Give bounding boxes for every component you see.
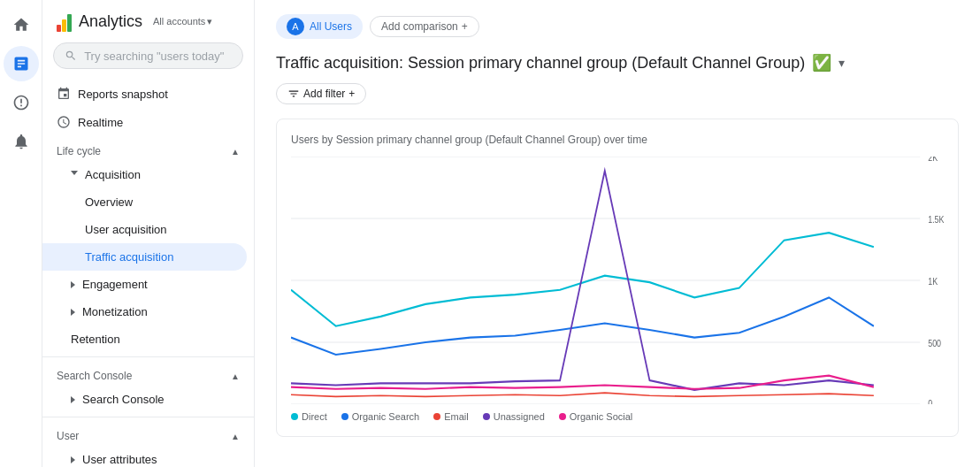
add-comparison-label: Add comparison: [381, 20, 458, 33]
legend-email: Email: [433, 411, 469, 422]
accounts-chevron-icon: ▾: [207, 16, 212, 27]
overview-label: Overview: [85, 195, 133, 209]
chart-wrapper: 2K 1.5K 1K 500 0 11 Jan 13 15 17 19 21 2…: [291, 157, 944, 404]
engagement-label: Engagement: [82, 278, 148, 291]
legend-organic-search-label: Organic Search: [352, 411, 419, 422]
snapshot-icon: [57, 87, 71, 101]
user-attributes-expand-icon: [71, 456, 75, 463]
legend-unassigned-label: Unassigned: [494, 411, 545, 422]
comparison-bar: A All Users Add comparison +: [276, 14, 959, 39]
svg-text:1K: 1K: [928, 277, 938, 287]
search-console-item-label: Search Console: [82, 393, 165, 406]
line-chart: 2K 1.5K 1K 500 0 11 Jan 13 15 17 19 21 2…: [291, 157, 944, 404]
lifecycle-chevron-icon: ▲: [231, 147, 240, 157]
sidebar-item-traffic-acquisition[interactable]: Traffic acquisition: [42, 243, 247, 271]
page-title: Traffic acquisition: Session primary cha…: [276, 53, 959, 73]
reports-snapshot-label: Reports snapshot: [78, 88, 168, 101]
main-content: A All Users Add comparison + Traffic acq…: [255, 0, 980, 467]
retention-label: Retention: [71, 333, 120, 346]
search-icon: [65, 49, 77, 63]
title-dropdown-icon[interactable]: ▾: [838, 56, 845, 70]
chart-legend: Direct Organic Search Email Unassigned O…: [291, 411, 944, 422]
sidebar-item-acquisition[interactable]: Acquisition: [42, 161, 247, 188]
all-users-pill[interactable]: A All Users: [276, 14, 363, 39]
sidebar-item-retention[interactable]: Retention: [42, 325, 247, 353]
sidebar-item-search-console[interactable]: Search Console: [42, 386, 247, 413]
legend-organic-search: Organic Search: [341, 411, 419, 422]
legend-organic-social-dot: [559, 413, 566, 420]
legend-direct-dot: [291, 413, 298, 420]
traffic-acquisition-label: Traffic acquisition: [85, 250, 173, 264]
icon-rail: [0, 0, 42, 467]
direct-line: [291, 233, 874, 326]
legend-organic-social: Organic Social: [559, 411, 633, 422]
svg-text:1.5K: 1.5K: [928, 215, 944, 226]
organic-social-line: [291, 376, 874, 389]
filter-icon: [287, 88, 300, 100]
search-console-section-header[interactable]: Search Console ▲: [42, 361, 254, 386]
accounts-button[interactable]: All accounts ▾: [149, 14, 216, 29]
sidebar: Analytics All accounts ▾ Reports snapsho…: [42, 0, 255, 467]
search-console-section-label: Search Console: [57, 370, 132, 382]
search-console-expand-icon: [71, 396, 75, 403]
all-users-label: All Users: [310, 20, 352, 33]
monetization-expand-icon: [71, 309, 75, 316]
search-console-chevron-icon: ▲: [231, 371, 240, 381]
svg-text:0: 0: [928, 398, 932, 404]
nav-divider-2: [42, 417, 254, 417]
page-title-text: Traffic acquisition: Session primary cha…: [276, 54, 805, 73]
legend-unassigned: Unassigned: [483, 411, 545, 422]
email-line: [291, 393, 874, 396]
legend-organic-search-dot: [341, 413, 348, 420]
user-section-header[interactable]: User ▲: [42, 421, 254, 446]
advertising-nav-icon[interactable]: [4, 124, 39, 159]
legend-organic-social-label: Organic Social: [570, 411, 633, 422]
sidebar-item-realtime[interactable]: Realtime: [42, 108, 247, 136]
user-chevron-icon: ▲: [231, 432, 240, 441]
sidebar-header: Analytics All accounts ▾: [42, 0, 254, 39]
user-section-label: User: [57, 430, 79, 442]
realtime-label: Realtime: [78, 116, 123, 129]
sidebar-item-user-attributes[interactable]: User attributes: [42, 446, 247, 467]
user-avatar: A: [287, 18, 304, 35]
reports-nav-icon[interactable]: [4, 46, 39, 81]
explore-nav-icon[interactable]: [4, 85, 39, 120]
add-filter-label: Add filter: [303, 88, 345, 100]
app-title: Analytics: [79, 12, 142, 31]
add-comparison-plus-icon: +: [462, 20, 468, 33]
search-input[interactable]: [84, 50, 232, 63]
svg-text:500: 500: [928, 339, 941, 349]
search-bar[interactable]: [53, 42, 243, 69]
verified-icon: ✅: [812, 53, 831, 73]
add-filter-plus-icon: +: [348, 88, 355, 100]
home-nav-icon[interactable]: [4, 7, 39, 42]
add-filter-button[interactable]: Add filter +: [276, 83, 366, 104]
sidebar-item-monetization[interactable]: Monetization: [42, 298, 247, 325]
chart-title: Users by Session primary channel group (…: [291, 134, 944, 146]
acquisition-label: Acquisition: [85, 168, 141, 181]
realtime-icon: [57, 115, 71, 129]
add-comparison-button[interactable]: Add comparison +: [370, 16, 479, 37]
nav-section: Reports snapshot Realtime Life cycle ▲ A…: [42, 80, 254, 467]
legend-direct: Direct: [291, 411, 327, 422]
analytics-logo: [57, 11, 72, 32]
sidebar-item-overview[interactable]: Overview: [42, 188, 247, 216]
lifecycle-label: Life cycle: [57, 145, 101, 157]
organic-search-line: [291, 297, 874, 355]
sidebar-item-reports-snapshot[interactable]: Reports snapshot: [42, 80, 247, 108]
legend-unassigned-dot: [483, 413, 490, 420]
legend-email-label: Email: [444, 411, 469, 422]
legend-direct-label: Direct: [302, 411, 327, 422]
acquisition-expand-icon: [71, 171, 78, 179]
user-acquisition-label: User acquisition: [85, 223, 167, 236]
nav-divider-1: [42, 356, 254, 357]
sidebar-item-user-acquisition[interactable]: User acquisition: [42, 216, 247, 243]
legend-email-dot: [433, 413, 440, 420]
monetization-label: Monetization: [82, 305, 148, 318]
user-attributes-label: User attributes: [82, 453, 157, 466]
svg-text:2K: 2K: [928, 157, 938, 164]
chart-container: Users by Session primary channel group (…: [276, 119, 959, 437]
engagement-expand-icon: [71, 281, 75, 288]
lifecycle-section-header[interactable]: Life cycle ▲: [42, 136, 254, 161]
sidebar-item-engagement[interactable]: Engagement: [42, 271, 247, 298]
